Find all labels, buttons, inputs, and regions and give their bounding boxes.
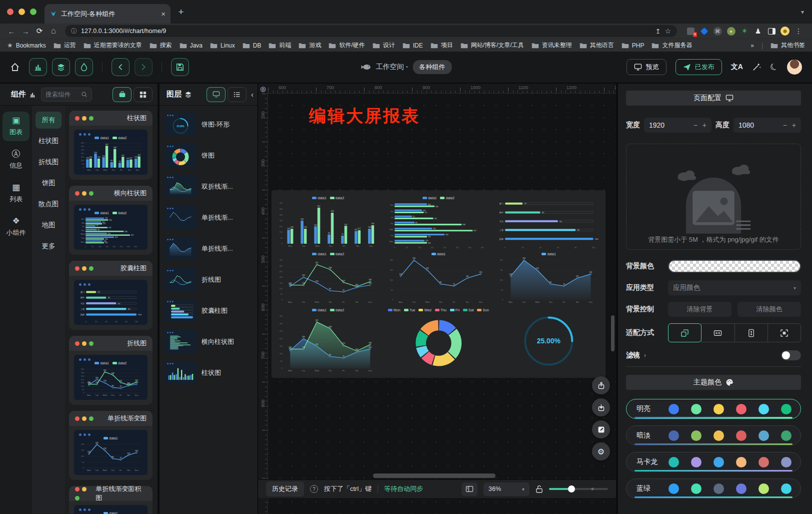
bookmark-folder[interactable]: 搜索 [150,41,172,50]
fit-width-button[interactable] [701,323,734,342]
dashboard-capsule-chart[interactable]: 厦门20南阳40北京60上海80新疆100020406080100 [497,196,600,249]
category-item[interactable]: 饼图 [36,175,62,192]
dashboard-line-chart[interactable]: data1data2050100150200250300350MonTueWed… [276,252,380,305]
theme-row[interactable]: 马卡龙 [626,452,801,472]
theme-color-dot[interactable] [758,483,769,494]
bookmark-folder[interactable]: PHP [622,41,644,50]
background-color-swatch[interactable] [668,260,801,273]
layer-item[interactable]: 单折线渐... [164,206,252,229]
bookmark-folder[interactable]: 项目 [430,41,453,50]
components-toggle-button[interactable] [29,58,47,76]
bookmark-folder[interactable]: 前端 [268,41,291,50]
dashboard-bar-chart[interactable]: data1data2050100150200250300350MonTueWed… [276,196,380,249]
theme-color-dot[interactable] [714,483,724,494]
theme-row[interactable]: 蓝绿 [626,478,801,498]
clear-color-button[interactable]: 清除颜色 [738,302,801,317]
publish-button[interactable]: 已发布 [676,59,722,75]
bookmark-folder[interactable]: 设计 [372,41,395,50]
theme-color-dot[interactable] [691,483,702,494]
dashboard-dual-gradient-line-chart[interactable]: data1data2050100150200250300350MonTueWed… [276,308,380,374]
bookmark-folder[interactable]: 游戏 [298,41,321,50]
layers-list-view-toggle[interactable] [228,87,246,102]
minimize-window-icon[interactable] [18,9,25,15]
bookmark-star-icon[interactable]: ☆ [664,27,671,35]
dashboard-preview[interactable]: data1data2050100150200250300350MonTueWed… [272,190,606,378]
theme-color-dot[interactable] [781,483,792,494]
nav-rail-item[interactable]: 列表 [2,179,30,208]
height-value[interactable]: 1080 [738,121,754,129]
browser-tab[interactable]: 工作空间-各种组件 × [44,4,170,24]
lock-icon[interactable] [536,485,543,493]
component-search[interactable] [41,88,92,102]
redo-button[interactable] [134,58,152,76]
bookmark-folder[interactable]: 软件/硬件 [328,41,364,50]
profile-avatar-icon[interactable]: ☻ [780,27,790,36]
page-config-header[interactable]: 页面配置 [626,91,801,106]
theme-row[interactable]: 暗淡 [626,425,801,445]
layer-item[interactable]: 横向柱状图 [164,330,252,353]
grid-view-toggle[interactable] [134,87,152,102]
close-window-icon[interactable] [7,9,14,15]
nav-rail-item[interactable]: 小组件 [2,212,30,242]
theme-color-dot[interactable] [781,430,792,441]
theme-color-dot[interactable] [736,404,746,414]
category-item[interactable]: 所有 [36,112,62,129]
extension-star-icon[interactable]: ✶ [740,27,749,36]
layer-item[interactable]: 胶囊柱图 [164,299,252,322]
extension-circle-icon[interactable]: ● [726,27,736,36]
clear-background-button[interactable]: 清除背景 [668,302,732,317]
zoom-window-icon[interactable] [30,9,36,15]
export-button[interactable] [592,376,610,394]
app-home-icon[interactable] [10,62,20,72]
nav-rail-item[interactable]: 信息 [2,145,30,175]
theme-color-dot[interactable] [691,457,702,467]
zoom-slider[interactable] [549,488,608,490]
search-input[interactable] [46,91,79,98]
bookmarks-overflow-icon[interactable]: » [750,42,754,49]
help-icon[interactable]: ? [310,485,318,493]
sidebar-toggle-icon[interactable] [767,27,776,36]
site-info-icon[interactable]: ⓘ [71,27,77,36]
magic-wand-icon[interactable] [752,63,761,72]
layers-thumbnail-view-toggle[interactable] [206,87,226,102]
dashboard-pie-chart[interactable]: MonTueWedThuFriSatSun [387,308,490,374]
language-switch-icon[interactable]: 文A [731,63,743,72]
category-item[interactable]: 散点图 [36,196,62,213]
theme-color-dot[interactable] [736,430,746,441]
kebab-menu-icon[interactable]: ⋮ [794,27,803,36]
single-view-toggle[interactable] [112,87,132,102]
layer-item[interactable]: 单折线渐... [164,237,252,260]
height-stepper[interactable]: 1080 −+ [734,118,801,133]
forward-icon[interactable]: → [19,27,32,36]
screen-title-text[interactable]: 编辑大屏报表 [309,105,420,128]
home-icon[interactable]: ⌂ [47,26,60,36]
tab-search-chevron-icon[interactable]: ▾ [801,9,804,16]
dashboard-single-line-chart[interactable]: data1050100150200MonTueWedThuFriSatSun12… [387,252,490,305]
theme-color-dot[interactable] [781,404,792,414]
zoom-level-select[interactable]: 36%▾ [484,482,530,496]
theme-color-dot[interactable] [758,430,769,441]
layer-item[interactable]: 饼图 [164,144,252,167]
project-name-pill[interactable]: 各种组件 [412,60,452,74]
bookmark-folder[interactable]: Java [180,41,202,50]
filter-toggle[interactable] [781,350,801,360]
layers-toggle-button[interactable] [52,58,70,76]
theme-color-dot[interactable] [691,430,702,441]
component-card[interactable]: 单折线渐变面积图 data1050100150200MonTueWedThuFr… [69,486,152,514]
theme-color-dot[interactable] [736,483,746,494]
collapse-panel-icon[interactable]: ‹ [251,90,254,99]
fit-stretch-button[interactable] [768,323,801,342]
share-icon[interactable]: ↥ [656,28,661,35]
bookmark-folder[interactable]: 其他语言 [580,41,614,50]
theme-row[interactable]: 明亮 [626,399,801,419]
decrement-icon[interactable]: − [694,121,698,129]
bookmark-folder[interactable]: DB [242,41,262,50]
category-item[interactable]: 地图 [36,217,62,234]
layer-item[interactable]: 折线图 [164,268,252,291]
width-value[interactable]: 1920 [649,121,664,129]
bookmark-folder[interactable]: 文件服务器 [652,41,692,50]
bookmark-folder[interactable]: IDE [402,41,423,50]
increment-icon[interactable]: + [792,121,796,129]
theme-color-dot[interactable] [736,457,746,467]
bookmark-folder[interactable]: Linux [210,41,235,50]
